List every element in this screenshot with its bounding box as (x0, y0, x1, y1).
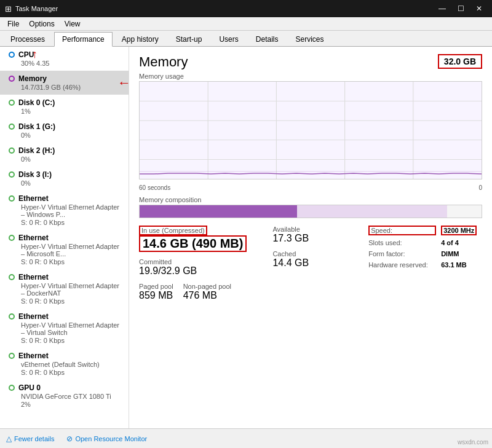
slots-label: Slots used: (368, 239, 436, 246)
graph-time-right: 0 (478, 184, 482, 191)
disk2-status-dot (9, 147, 15, 154)
gpu0-label: GPU 0 (18, 383, 41, 392)
fewer-details-icon: △ (6, 434, 12, 443)
sidebar-item-disk1[interactable]: Disk 1 (G:) 0% (0, 119, 129, 143)
stat-cached: Cached 14.4 GB (272, 250, 361, 269)
disk3-subtitle: 0% (9, 179, 122, 187)
pool-stats: Paged pool 859 MB Non-paged pool 476 MB (139, 283, 265, 307)
gpu0-subtitle2: 2% (9, 401, 122, 408)
content-header: Memory 32.0 GB (139, 54, 482, 70)
paged-pool-label: Paged pool (139, 283, 173, 290)
cpu-up-arrow-icon: ↑ (32, 48, 38, 61)
sidebar: CPU ↑ 30% 4.35 Memory ← 14.7/31.9 GB (46… (0, 47, 129, 428)
app-title: Task Manager (15, 5, 58, 12)
sidebar-item-cpu[interactable]: CPU ↑ 30% 4.35 (0, 47, 129, 71)
open-resource-monitor-link[interactable]: ⊘ Open Resource Monitor (66, 434, 147, 443)
menu-options[interactable]: Options (24, 18, 59, 29)
hw-reserved-label: Hardware reserved: (368, 261, 436, 269)
comp-in-use (140, 205, 297, 218)
memory-label: Memory (18, 74, 47, 83)
graph-wrapper: 31.9 GB (139, 81, 482, 179)
tab-startup[interactable]: Start-up (168, 32, 210, 46)
tab-services[interactable]: Services (287, 32, 331, 46)
form-factor-label: Form factor: (368, 250, 436, 257)
gpu0-subtitle1: NVIDIA GeForce GTX 1080 Ti (9, 393, 122, 400)
disk1-status-dot (9, 124, 15, 130)
cpu-subtitle: 30% 4.35 (9, 60, 122, 67)
speed-row: Speed: 3200 MHz (368, 226, 482, 235)
disk1-label: Disk 1 (G:) (18, 122, 55, 131)
page-title: Memory (139, 54, 188, 70)
main-layout: CPU ↑ 30% 4.35 Memory ← 14.7/31.9 GB (46… (0, 47, 492, 428)
slots-value: 4 of 4 (441, 239, 459, 246)
eth3-subtitle2: S: 0 R: 0 Kbps (9, 297, 122, 305)
tab-users[interactable]: Users (211, 32, 246, 46)
menu-view[interactable]: View (60, 18, 85, 29)
eth4-dot (9, 313, 15, 320)
slots-row: Slots used: 4 of 4 (368, 239, 482, 246)
title-bar-controls: — ☐ ✕ (434, 2, 487, 15)
sidebar-item-ethernet3[interactable]: Ethernet Hyper-V Virtual Ethernet Adapte… (0, 269, 129, 308)
tab-processes[interactable]: Processes (2, 32, 53, 46)
eth2-subtitle1: Hyper-V Virtual Ethernet Adapter – Micro… (9, 243, 122, 257)
eth3-dot (9, 274, 15, 280)
stats-section: In use (Compressed) 14.6 GB (490 MB) Com… (139, 226, 482, 307)
app-icon: ⊞ (5, 4, 12, 14)
tab-performance[interactable]: Performance (54, 32, 113, 47)
non-paged-pool-label: Non-paged pool (183, 283, 231, 290)
sidebar-item-disk0[interactable]: Disk 0 (C:) 1% (0, 95, 129, 119)
sidebar-item-memory[interactable]: Memory ← 14.7/31.9 GB (46%) (0, 71, 129, 95)
fewer-details-link[interactable]: △ Fewer details (6, 434, 54, 443)
eth1-subtitle1: Hyper-V Virtual Ethernet Adapter – Windo… (9, 203, 122, 218)
cpu-status-dot (9, 52, 15, 58)
disk0-label: Disk 0 (C:) (18, 98, 55, 107)
eth3-label: Ethernet (18, 273, 49, 281)
in-use-value: 14.6 GB (490 MB) (139, 235, 247, 252)
tab-app-history[interactable]: App history (114, 32, 167, 46)
disk2-subtitle: 0% (9, 155, 122, 163)
comp-standby (297, 205, 448, 218)
stat-non-paged-pool: Non-paged pool 476 MB (183, 283, 231, 301)
total-memory-badge: 32.0 GB (438, 54, 482, 69)
bottom-bar: △ Fewer details ⊘ Open Resource Monitor (0, 428, 492, 448)
sidebar-item-disk3[interactable]: Disk 3 (I:) 0% (0, 167, 129, 191)
stat-in-use: In use (Compressed) 14.6 GB (490 MB) (139, 226, 265, 252)
memory-graph (139, 81, 482, 179)
tab-bar: Processes Performance App history Start-… (0, 31, 492, 47)
stat-paged-pool: Paged pool 859 MB (139, 283, 173, 301)
disk0-status-dot (9, 100, 15, 106)
resource-monitor-icon: ⊘ (66, 434, 73, 443)
form-factor-value: DIMM (441, 250, 459, 257)
sidebar-item-disk2[interactable]: Disk 2 (H:) 0% (0, 143, 129, 167)
eth3-subtitle1: Hyper-V Virtual Ethernet Adapter – Docke… (9, 282, 122, 297)
menu-file[interactable]: File (2, 18, 24, 29)
comp-free (447, 205, 482, 218)
hw-reserved-value: 63.1 MB (441, 261, 467, 269)
sidebar-item-ethernet4[interactable]: Ethernet Hyper-V Virtual Ethernet Adapte… (0, 308, 129, 348)
sidebar-item-gpu0[interactable]: GPU 0 NVIDIA GeForce GTX 1080 Ti 2% (0, 380, 129, 412)
sidebar-item-ethernet2[interactable]: Ethernet Hyper-V Virtual Ethernet Adapte… (0, 230, 129, 269)
composition-bar (139, 205, 482, 218)
available-value: 17.3 GB (272, 233, 361, 244)
middle-stats: Available 17.3 GB Cached 14.4 GB (272, 226, 361, 307)
stat-available: Available 17.3 GB (272, 226, 361, 244)
memory-arrow-icon: ← (117, 75, 129, 91)
eth1-label: Ethernet (18, 194, 49, 203)
eth4-subtitle2: S: 0 R: 0 Kbps (9, 337, 122, 344)
memory-graph-svg (140, 82, 482, 179)
open-resource-monitor-label: Open Resource Monitor (75, 435, 147, 442)
disk2-label: Disk 2 (H:) (18, 146, 55, 155)
eth5-subtitle1: vEthernet (Default Switch) (9, 361, 122, 368)
graph-time-left: 60 seconds (139, 184, 170, 191)
sidebar-item-ethernet5[interactable]: Ethernet vEthernet (Default Switch) S: 0… (0, 348, 129, 380)
eth1-dot (9, 195, 15, 202)
sidebar-item-ethernet1[interactable]: Ethernet Hyper-V Virtual Ethernet Adapte… (0, 191, 129, 230)
tab-details[interactable]: Details (248, 32, 287, 46)
composition-label: Memory composition (139, 196, 482, 203)
maximize-button[interactable]: ☐ (453, 2, 469, 15)
minimize-button[interactable]: — (434, 2, 450, 15)
paged-pool-value: 859 MB (139, 290, 173, 301)
memory-subtitle: 14.7/31.9 GB (46%) (9, 84, 122, 91)
gpu0-dot (9, 385, 15, 391)
close-button[interactable]: ✕ (471, 2, 487, 15)
